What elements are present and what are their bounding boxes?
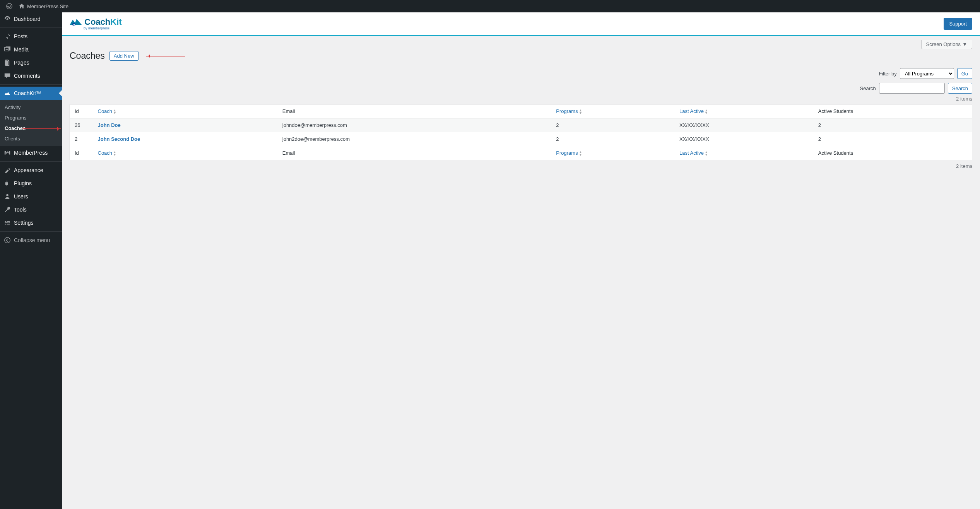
- cell-email: johndoe@memberpress.com: [278, 118, 552, 132]
- cell-programs: 2: [551, 132, 675, 146]
- menu-label: Dashboard: [14, 16, 41, 22]
- programs-filter-select[interactable]: All Programs: [900, 68, 954, 79]
- items-count-bottom: 2 items: [70, 163, 972, 169]
- tools-icon: [4, 206, 11, 213]
- sort-icon: ▴▾: [580, 109, 582, 114]
- svg-rect-7: [5, 224, 7, 225]
- pin-icon: [4, 33, 11, 40]
- menu-label: Tools: [14, 207, 27, 213]
- coach-link[interactable]: John Second Doe: [98, 136, 140, 142]
- menu-appearance[interactable]: Appearance: [0, 164, 62, 177]
- sort-icon: ▴▾: [580, 150, 582, 156]
- svg-rect-3: [5, 221, 7, 222]
- menu-dashboard[interactable]: Dashboard: [0, 12, 62, 26]
- menu-coachkit[interactable]: CoachKit™: [0, 87, 62, 100]
- cell-id: 2: [70, 132, 93, 146]
- search-label: Search: [860, 85, 876, 91]
- menu-label: CoachKit™: [14, 90, 41, 96]
- menu-label: Pages: [14, 60, 29, 66]
- search-input[interactable]: [879, 83, 945, 94]
- go-button[interactable]: Go: [957, 68, 972, 79]
- table-row: 26John Doejohndoe@memberpress.com2XX/XX/…: [70, 118, 972, 132]
- submenu-coaches[interactable]: Coaches: [0, 123, 62, 133]
- coachkit-logo: CoachKit: [70, 17, 122, 27]
- th-coach[interactable]: Coach▴▾: [93, 104, 278, 118]
- cell-active-students: 2: [814, 118, 972, 132]
- page-title: Coaches: [70, 51, 105, 61]
- items-count-top: 2 items: [70, 96, 972, 102]
- cell-id: 26: [70, 118, 93, 132]
- svg-point-9: [5, 237, 10, 243]
- table-row: 2John Second Doejohn2doe@memberpress.com…: [70, 132, 972, 146]
- search-button[interactable]: Search: [948, 83, 972, 94]
- home-icon: [19, 3, 25, 9]
- screen-options-button[interactable]: Screen Options ▼: [921, 40, 972, 49]
- annotation-arrow: [22, 128, 61, 129]
- appearance-icon: [4, 167, 11, 174]
- coaches-table: Id Coach▴▾ Email Programs▴▾ Last Active▴…: [70, 104, 972, 160]
- coachkit-submenu: Activity Programs Coaches Clients: [0, 100, 62, 146]
- admin-bar: MemberPress Site: [0, 0, 980, 12]
- svg-rect-4: [7, 221, 10, 222]
- tf-active-students: Active Students: [814, 146, 972, 160]
- th-email: Email: [278, 104, 552, 118]
- th-last-active[interactable]: Last Active▴▾: [675, 104, 814, 118]
- menu-label: Comments: [14, 73, 40, 79]
- th-active-students: Active Students: [814, 104, 972, 118]
- site-link[interactable]: MemberPress Site: [15, 3, 72, 9]
- submenu-programs[interactable]: Programs: [0, 113, 62, 123]
- tf-programs[interactable]: Programs▴▾: [551, 146, 675, 160]
- menu-pages[interactable]: Pages: [0, 56, 62, 69]
- menu-settings[interactable]: Settings: [0, 216, 62, 229]
- sort-icon: ▴▾: [114, 109, 116, 114]
- menu-label: Plugins: [14, 180, 32, 186]
- menu-comments[interactable]: Comments: [0, 69, 62, 82]
- menu-label: Media: [14, 46, 29, 53]
- wp-logo-menu[interactable]: [3, 3, 15, 9]
- submenu-clients[interactable]: Clients: [0, 133, 62, 144]
- menu-users[interactable]: Users: [0, 190, 62, 203]
- menu-tools[interactable]: Tools: [0, 203, 62, 216]
- cell-last-active: XX/XX/XXXX: [675, 118, 814, 132]
- menu-media[interactable]: Media: [0, 43, 62, 56]
- menu-label: MemberPress: [14, 150, 48, 156]
- filter-by-label: Filter by: [879, 71, 896, 77]
- th-programs[interactable]: Programs▴▾: [551, 104, 675, 118]
- chevron-down-icon: ▼: [962, 41, 967, 47]
- memberpress-icon: [4, 149, 11, 156]
- site-name: MemberPress Site: [27, 3, 68, 9]
- menu-label: Appearance: [14, 167, 43, 173]
- menu-memberpress[interactable]: MemberPress: [0, 146, 62, 159]
- tf-id: Id: [70, 146, 93, 160]
- tf-email: Email: [278, 146, 552, 160]
- support-button[interactable]: Support: [944, 18, 972, 30]
- tf-last-active[interactable]: Last Active▴▾: [675, 146, 814, 160]
- dashboard-icon: [4, 15, 11, 22]
- sort-icon: ▴▾: [705, 109, 707, 114]
- admin-sidebar: Dashboard Posts Media Pages Comments: [0, 12, 62, 509]
- annotation-arrow: [146, 56, 185, 56]
- tf-coach[interactable]: Coach▴▾: [93, 146, 278, 160]
- brand-bar: CoachKit by memberpress Support: [62, 12, 980, 36]
- submenu-activity[interactable]: Activity: [0, 102, 62, 113]
- cell-active-students: 2: [814, 132, 972, 146]
- svg-rect-1: [5, 61, 9, 66]
- mountain-icon: [70, 17, 82, 27]
- settings-icon: [4, 219, 11, 226]
- svg-point-2: [6, 194, 8, 196]
- th-id: Id: [70, 104, 93, 118]
- menu-label: Posts: [14, 33, 27, 39]
- menu-collapse[interactable]: Collapse menu: [0, 234, 62, 247]
- users-icon: [4, 193, 11, 200]
- svg-rect-5: [5, 222, 8, 223]
- svg-rect-6: [9, 222, 10, 223]
- cell-last-active: XX/XX/XXXX: [675, 132, 814, 146]
- menu-plugins[interactable]: Plugins: [0, 177, 62, 190]
- menu-posts[interactable]: Posts: [0, 30, 62, 43]
- add-new-button[interactable]: Add New: [109, 51, 139, 61]
- coach-link[interactable]: John Doe: [98, 122, 121, 128]
- wordpress-icon: [6, 3, 12, 9]
- sort-icon: ▴▾: [114, 150, 116, 156]
- plugins-icon: [4, 180, 11, 187]
- svg-rect-8: [7, 224, 10, 225]
